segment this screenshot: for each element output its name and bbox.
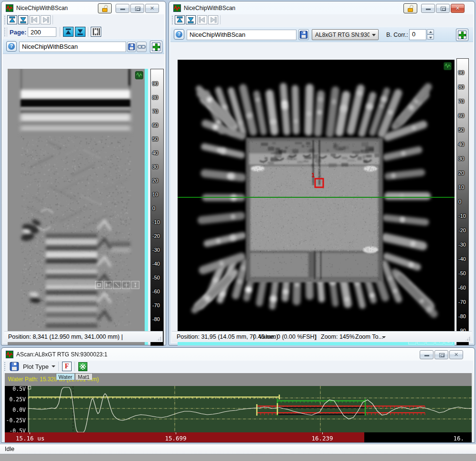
scale-label: -30	[458, 242, 466, 247]
tab-water[interactable]: Water	[56, 373, 75, 380]
x-axis-label: 15.16 us	[16, 435, 44, 442]
save-dataset-button[interactable]	[298, 29, 309, 40]
help-button[interactable]: ?	[174, 29, 184, 40]
marker-button[interactable]	[78, 362, 87, 371]
ascan-toolbar: Plot Type F	[3, 361, 473, 372]
ascan-plot-area[interactable]	[28, 386, 472, 432]
nav-left-button[interactable]	[197, 15, 207, 24]
image-tool-button[interactable]	[113, 281, 121, 289]
resize-grip[interactable]	[465, 335, 471, 341]
close-button[interactable]: ✕	[145, 4, 159, 13]
scale-label: 50	[458, 127, 464, 133]
page-input[interactable]: 200	[28, 27, 56, 37]
zoom-to-dropdown[interactable]: Zoom To...	[355, 333, 383, 340]
plot-type-dropdown[interactable]: Plot Type	[23, 363, 49, 370]
tab-mat1[interactable]: Mat1	[75, 373, 93, 380]
bscan-window-body: Page: 200 ? NiceChipWithBScan	[3, 14, 164, 343]
bcorr-input[interactable]: 0	[409, 29, 426, 40]
cscan-image[interactable]	[178, 60, 455, 336]
lock-button[interactable]	[403, 3, 417, 13]
maximize-button[interactable]	[130, 4, 144, 13]
plot-type-arrow-icon[interactable]	[52, 365, 55, 367]
waveform-overlay-icon[interactable]	[135, 71, 143, 79]
page-last-button[interactable]	[186, 15, 196, 24]
scale-label: -80	[458, 313, 466, 319]
add-view-button[interactable]	[150, 41, 162, 53]
page-first-button[interactable]	[7, 15, 17, 24]
bscan-color-scale: 9080706050403020100-10-20-30-40-50-60-70…	[150, 69, 164, 346]
bscan-titlebar[interactable]: NiceChipWithBScan ✕	[1, 1, 166, 14]
scale-label: -10	[458, 213, 466, 219]
ascan-titlebar[interactable]: AScan:AL8xGT RTG SN:9300023:1 ✕	[1, 348, 475, 361]
bcorr-spinner[interactable]	[427, 29, 434, 40]
cscan-dataset-toolbar: ? NiceChipWithBScan AL8xGT RTG SN:930002…	[170, 27, 473, 42]
minimize-button[interactable]	[420, 350, 434, 359]
nav-right-button[interactable]	[41, 15, 51, 24]
cscan-titlebar[interactable]: NiceChipWithBScan ✕	[169, 1, 475, 14]
bscan-page-toolbar: Page: 200	[3, 26, 164, 39]
close-button[interactable]: ✕	[449, 350, 463, 359]
page-up-button[interactable]	[63, 27, 74, 37]
scale-label: -30	[152, 247, 160, 253]
ascan-header-strip: Water Path: 15.328 us (22.931 mm) Water …	[5, 373, 472, 386]
image-tool-button[interactable]	[131, 281, 139, 289]
maximize-button[interactable]	[436, 4, 450, 13]
resize-grip[interactable]	[156, 335, 162, 341]
y-axis-label: 0.25V	[9, 396, 26, 403]
scale-label: 10	[152, 192, 158, 197]
scale-label: 60	[458, 113, 464, 118]
close-button[interactable]: ✕	[451, 4, 465, 13]
taskbar-area	[0, 454, 476, 461]
ascan-window-title: AScan:AL8xGT RTG SN:9300023:1	[16, 351, 107, 358]
page-down-button[interactable]	[75, 27, 85, 37]
scale-label: 80	[458, 84, 464, 90]
scale-label: 20	[458, 170, 464, 176]
plot-right-edge	[472, 373, 473, 442]
bscan-image[interactable]	[8, 69, 145, 345]
frequency-button[interactable]: F	[62, 362, 72, 371]
add-view-button[interactable]	[456, 29, 468, 41]
x-axis-label: 15.699	[165, 435, 186, 442]
image-tool-button[interactable]	[95, 281, 103, 289]
x-axis-label: 16.239	[311, 435, 333, 442]
image-tool-button[interactable]	[122, 281, 130, 289]
y-axis-label: -0.25V	[6, 417, 26, 424]
scale-label: 0	[458, 199, 461, 204]
scale-label: 70	[458, 98, 464, 104]
nav-right-button[interactable]	[208, 15, 218, 24]
cscan-zoom-status: Zoom: 145%	[321, 333, 355, 340]
help-button[interactable]: ?	[6, 41, 17, 52]
zoom-to-arrow-icon[interactable]	[382, 336, 386, 338]
probe-select[interactable]: AL8xGT RTG SN:930002	[312, 29, 379, 40]
scale-label: -50	[458, 270, 466, 276]
bscan-window: NiceChipWithBScan ✕	[1, 1, 166, 345]
dataset-name-input[interactable]: NiceChipWithBScan	[187, 30, 296, 40]
minimize-button[interactable]	[116, 4, 129, 13]
minimize-button[interactable]	[421, 4, 435, 13]
scale-label: -40	[458, 256, 466, 262]
lock-button[interactable]	[98, 3, 112, 13]
image-tool-button[interactable]	[104, 281, 112, 289]
scale-label: 30	[458, 156, 464, 161]
save-dataset-button[interactable]	[127, 42, 136, 52]
bscan-mode-button[interactable]	[91, 27, 101, 37]
separator: |	[315, 333, 317, 340]
link-button[interactable]	[137, 42, 147, 52]
scale-label: -40	[152, 261, 160, 267]
waveform-overlay-icon[interactable]	[444, 62, 452, 70]
page-first-button[interactable]	[175, 15, 185, 24]
y-axis-label: 0.5V	[12, 386, 26, 392]
bscan-image-tools[interactable]	[95, 281, 139, 289]
scale-label: -50	[152, 275, 160, 280]
bscan-nav-toolbar	[3, 14, 164, 26]
scale-label: -20	[458, 227, 466, 233]
page-label: Page:	[10, 29, 26, 36]
dataset-name-input[interactable]: NiceChipWithBScan	[19, 42, 126, 52]
app-icon	[6, 4, 13, 12]
save-button[interactable]	[10, 362, 19, 371]
separator: |	[253, 333, 254, 340]
maximize-button[interactable]	[434, 350, 448, 359]
nav-left-button[interactable]	[30, 15, 40, 24]
page-last-button[interactable]	[18, 15, 28, 24]
scale-label: 20	[152, 178, 158, 183]
